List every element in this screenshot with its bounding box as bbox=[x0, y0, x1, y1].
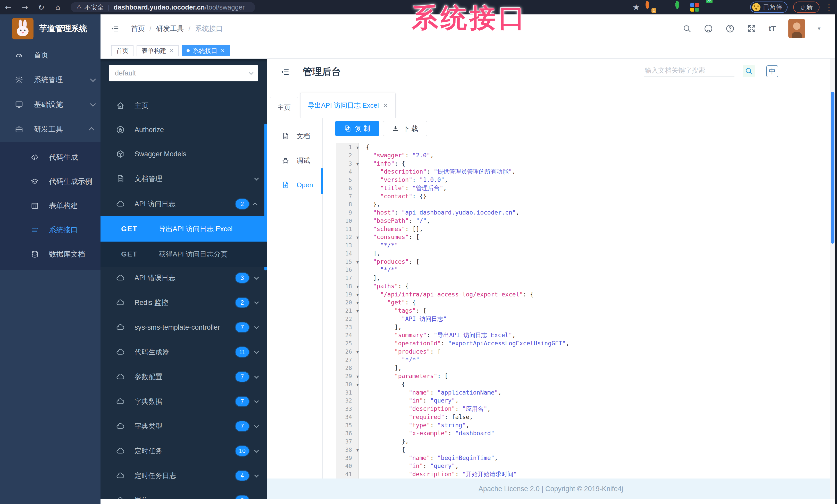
gutter-cell: 35 bbox=[336, 421, 359, 430]
browser-reload-icon[interactable]: ↻ bbox=[33, 3, 50, 12]
fold-arrow-icon[interactable]: ▾ bbox=[352, 282, 359, 291]
side-tab-Open[interactable]: Open bbox=[267, 175, 322, 195]
tagview-tag[interactable]: 表单构建✕ bbox=[137, 45, 179, 56]
code-text: "tags": [ bbox=[366, 307, 427, 315]
fold-arrow-icon[interactable]: ▾ bbox=[352, 258, 359, 266]
breadcrumb-item[interactable]: 首页 bbox=[131, 24, 145, 33]
code-line: 37 }, bbox=[336, 437, 830, 446]
doc-menu-item-sys-sms-template-controller[interactable]: sys-sms-template-controller7 bbox=[101, 318, 267, 337]
fold-arrow-icon[interactable]: ▾ bbox=[352, 372, 359, 381]
user-caret-icon[interactable]: ▾ bbox=[818, 25, 820, 32]
language-toggle-icon[interactable]: 中 bbox=[766, 66, 778, 77]
code-text: "x-example": "dashboard" bbox=[366, 429, 495, 437]
bookmark-star-icon[interactable]: ★ bbox=[633, 2, 640, 12]
sidebar-item-研发工具[interactable]: 研发工具 bbox=[0, 117, 101, 142]
code-line: 27 "*/*" bbox=[336, 356, 830, 364]
breadcrumb-item[interactable]: 研发工具 bbox=[156, 24, 184, 33]
api-icon bbox=[31, 226, 39, 234]
help-icon[interactable] bbox=[726, 24, 735, 33]
fold-arrow-icon[interactable]: ▾ bbox=[352, 160, 359, 168]
gutter-cell: 20▾ bbox=[336, 298, 359, 307]
sidebar-subitem-代码生成示例[interactable]: 代码生成示例 bbox=[0, 169, 101, 194]
doc-page-icon bbox=[282, 132, 289, 140]
close-icon[interactable]: ✕ bbox=[169, 48, 174, 54]
fullscreen-icon[interactable] bbox=[747, 24, 756, 33]
user-avatar[interactable] bbox=[788, 19, 805, 38]
page-scrollbar-thumb[interactable] bbox=[831, 92, 834, 244]
extension-orange-icon[interactable]: 1 bbox=[645, 3, 655, 12]
doc-menu-item-代码生成器[interactable]: 代码生成器11 bbox=[101, 342, 267, 362]
form-icon bbox=[31, 202, 39, 210]
fold-arrow-icon[interactable]: ▾ bbox=[352, 299, 359, 307]
doc-menu-item-岗位[interactable]: 岗位6 bbox=[101, 491, 267, 499]
browser-forward-icon[interactable]: → bbox=[17, 3, 33, 12]
font-size-icon[interactable]: tT bbox=[769, 24, 776, 33]
doc-menu-item-定时任务[interactable]: 定时任务10 bbox=[101, 441, 267, 461]
copy-button[interactable]: 复 制 bbox=[335, 121, 379, 136]
profile-avatar-emoji bbox=[752, 3, 761, 11]
doc-menu-item-API 访问日志[interactable]: API 访问日志2 bbox=[101, 194, 267, 214]
extension-green-ring-icon[interactable] bbox=[675, 3, 685, 12]
browser-menu-icon[interactable]: ⋮ bbox=[825, 3, 833, 12]
endpoint-item[interactable]: GET获得API 访问日志分页 bbox=[101, 242, 267, 267]
fold-arrow-icon[interactable]: ▾ bbox=[352, 381, 359, 389]
address-bar[interactable]: ⚠ 不安全 | dashboard.yudao.iocoder.cn/tool/… bbox=[71, 2, 255, 12]
sidebar-item-基础设施[interactable]: 基础设施 bbox=[0, 92, 101, 117]
side-tab-文档[interactable]: 文档 bbox=[267, 126, 322, 146]
doc-search-input[interactable] bbox=[644, 64, 734, 77]
doc-menu-item-Redis 监控[interactable]: Redis 监控2 bbox=[101, 293, 267, 312]
close-icon[interactable]: ✕ bbox=[220, 48, 225, 54]
sidebar-item-首页[interactable]: 首页 bbox=[0, 43, 101, 68]
doc-search-icon[interactable] bbox=[743, 65, 755, 77]
close-icon[interactable]: ✕ bbox=[383, 102, 388, 109]
doc-menu-item-主页[interactable]: 主页 bbox=[101, 96, 267, 115]
fold-arrow-icon[interactable]: ▾ bbox=[352, 307, 359, 315]
sidebar-menu: 首页系统管理基础设施研发工具代码生成代码生成示例表单构建系统接口数据库文档 bbox=[0, 43, 101, 270]
doc-menu-item-参数配置[interactable]: 参数配置7 bbox=[101, 367, 267, 387]
code-text: "basePath": "/", bbox=[366, 217, 430, 225]
fold-arrow-icon[interactable]: ▾ bbox=[352, 291, 359, 299]
header-search-icon[interactable] bbox=[683, 24, 691, 33]
sidebar-subitem-数据库文档[interactable]: 数据库文档 bbox=[0, 242, 101, 266]
doc-menu-item-Swagger Models[interactable]: Swagger Models bbox=[101, 144, 267, 164]
code-editor[interactable]: 1▾{2 "swagger": "2.0",3▾ "info": {4 "des… bbox=[336, 143, 830, 479]
doc-menu-item-字典数据[interactable]: 字典数据7 bbox=[101, 392, 267, 411]
doc-tab-主页[interactable]: 主页 bbox=[270, 97, 298, 118]
endpoint-item[interactable]: GET导出API 访问日志 Excel bbox=[101, 216, 267, 242]
download-button[interactable]: 下 载 bbox=[383, 121, 427, 136]
sidebar-item-系统管理[interactable]: 系统管理 bbox=[0, 68, 101, 92]
browser-update-button[interactable]: 更新 bbox=[793, 2, 819, 13]
tagview-tag[interactable]: 首页 bbox=[111, 45, 133, 56]
extension-drop-icon[interactable] bbox=[660, 3, 670, 12]
app-logo[interactable]: 芋道管理系统 bbox=[0, 14, 101, 43]
doc-menu-item-Authorize[interactable]: Authorize bbox=[101, 120, 267, 139]
extension-grid-icon[interactable] bbox=[690, 3, 700, 12]
profile-paused-chip[interactable]: 已暂停 bbox=[750, 2, 787, 13]
tagview-tag[interactable]: 系统接口✕ bbox=[182, 45, 230, 56]
api-group-select[interactable]: default bbox=[109, 65, 258, 81]
fold-arrow-icon[interactable]: ▾ bbox=[352, 144, 359, 152]
github-icon[interactable] bbox=[704, 24, 713, 33]
doc-tab-导出API 访问日志 Excel[interactable]: 导出API 访问日志 Excel✕ bbox=[300, 93, 395, 118]
doc-menu-item-文档管理[interactable]: 文档管理 bbox=[101, 169, 267, 188]
fold-arrow-icon[interactable]: ▾ bbox=[352, 233, 359, 242]
fold-arrow-icon[interactable]: ▾ bbox=[352, 446, 359, 454]
code-line: 9 "host": "api-dashboard.yudao.iocoder.c… bbox=[336, 209, 830, 217]
sidebar-subitem-系统接口[interactable]: 系统接口 bbox=[0, 218, 101, 242]
doc-menu-item-定时任务日志[interactable]: 定时任务日志4 bbox=[101, 466, 267, 485]
doc-collapse-icon[interactable] bbox=[280, 68, 290, 76]
browser-home-icon[interactable]: ⌂ bbox=[50, 3, 66, 12]
sidebar-subitem-代码生成[interactable]: 代码生成 bbox=[0, 145, 101, 169]
fold-arrow-icon[interactable]: ▾ bbox=[352, 348, 359, 356]
doc-menu-item-API 错误日志[interactable]: API 错误日志3 bbox=[101, 268, 267, 288]
extension-cn-icon[interactable]: cn bbox=[705, 3, 715, 12]
code-text: { bbox=[366, 380, 405, 389]
extension-flower-icon[interactable] bbox=[735, 3, 745, 12]
doc-menu-item-字典类型[interactable]: 字典类型7 bbox=[101, 416, 267, 436]
code-text: { bbox=[366, 143, 370, 151]
extension-leaf-icon[interactable] bbox=[720, 3, 730, 12]
browser-back-icon[interactable]: ← bbox=[0, 3, 17, 12]
sidebar-collapse-icon[interactable] bbox=[110, 24, 120, 33]
side-tab-调试[interactable]: 调试 bbox=[267, 151, 322, 170]
sidebar-subitem-表单构建[interactable]: 表单构建 bbox=[0, 194, 101, 218]
